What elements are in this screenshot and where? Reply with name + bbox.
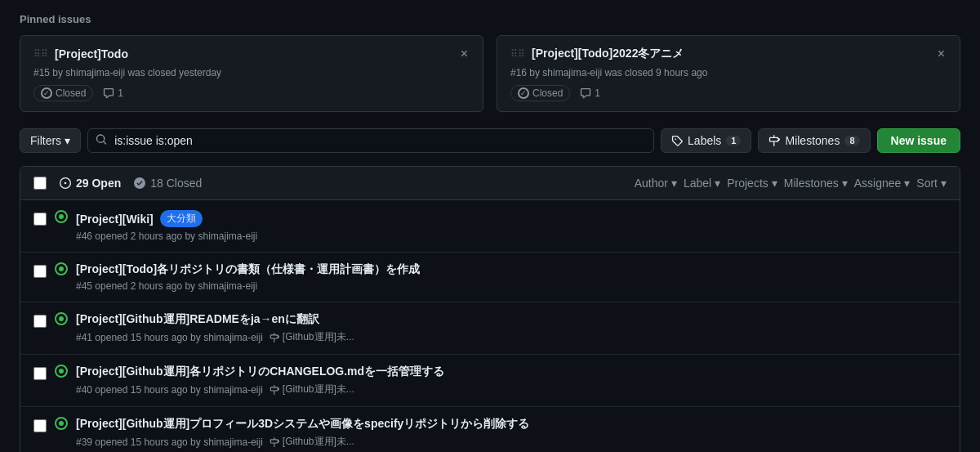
issue-title[interactable]: [Project][Todo]各リポジトリの書類（仕様書・運用計画書）を作成 (76, 262, 420, 277)
issue-content: [Project][Github運用]各リポジトリのCHANGELOG.mdを一… (76, 365, 947, 396)
issue-meta: #45 opened 2 hours ago by shimajima-eiji (76, 280, 947, 292)
new-issue-button[interactable]: New issue (877, 128, 960, 153)
open-issue-icon (55, 262, 68, 275)
projects-filter-button[interactable]: Projects ▾ (727, 177, 777, 190)
drag-icon-2: ⠿⠿ (510, 48, 525, 60)
labels-count-badge: 1 (726, 136, 741, 145)
issue-meta: #41 opened 15 hours ago by shimajima-eij… (76, 330, 947, 344)
toolbar: Filters ▾ Labels 1 Milestones 8 New issu… (20, 128, 960, 153)
milestone-small-icon (270, 385, 279, 395)
issue-meta: #40 opened 15 hours ago by shimajima-eij… (76, 383, 947, 396)
issue-content: [Project][Wiki] 大分類 #46 opened 2 hours a… (76, 210, 947, 242)
comment-icon (103, 87, 114, 99)
open-issues-tab[interactable]: 29 Open (60, 177, 121, 190)
issue-checkbox[interactable] (33, 213, 47, 226)
sort-label: Sort (916, 177, 938, 190)
issue-checkbox[interactable] (33, 367, 47, 380)
milestone-small-icon (270, 333, 279, 342)
open-count-label: 29 Open (76, 177, 121, 190)
issue-meta: #46 opened 2 hours ago by shimajima-eiji (76, 230, 947, 242)
issue-label: 大分類 (160, 210, 203, 227)
author-chevron-icon: ▾ (671, 177, 677, 190)
milestones-button[interactable]: Milestones 8 (758, 128, 870, 153)
pinned-card-2-status-label: Closed (532, 87, 563, 99)
table-row: [Project][Github運用]各リポジトリのCHANGELOG.mdを一… (20, 355, 960, 407)
milestones-label: Milestones (785, 134, 840, 147)
filters-chevron-icon: ▾ (65, 134, 70, 147)
issue-milestone: [Github運用]未... (270, 435, 354, 449)
pinned-card-1-comment-count: 1 (118, 87, 123, 99)
issue-title-row: [Project][Todo]各リポジトリの書類（仕様書・運用計画書）を作成 (76, 262, 947, 277)
issue-title[interactable]: [Project][Github運用]READMEをja→enに翻訳 (76, 312, 319, 327)
projects-label: Projects (727, 177, 768, 190)
issue-content: [Project][Github運用]READMEをja→enに翻訳 #41 o… (76, 312, 947, 344)
issue-checkbox[interactable] (33, 315, 47, 328)
labels-button[interactable]: Labels 1 (661, 128, 751, 153)
closed-issues-tab[interactable]: 18 Closed (134, 177, 202, 190)
check-circle-icon (134, 177, 145, 189)
label-filter-button[interactable]: Label ▾ (684, 177, 720, 190)
pinned-card-2-comments: 1 (580, 87, 600, 99)
author-filter-button[interactable]: Author ▾ (635, 177, 677, 190)
label-chevron-icon: ▾ (715, 177, 720, 190)
issue-checkbox[interactable] (33, 265, 47, 278)
issue-title[interactable]: [Project][Github運用]プロフィール3Dシステムや画像をspeci… (76, 417, 529, 432)
pinned-card-2-close-button[interactable]: × (936, 46, 947, 62)
milestones-count-badge: 8 (844, 136, 859, 145)
pinned-cards-container: ⠿⠿ [Project]Todo × #15 by shimajima-eiji… (20, 35, 960, 112)
issue-content: [Project][Todo]各リポジトリの書類（仕様書・運用計画書）を作成 #… (76, 262, 947, 292)
pinned-card-1-close-button[interactable]: × (459, 46, 470, 62)
issue-title-row: [Project][Github運用]プロフィール3Dシステムや画像をspeci… (76, 417, 947, 432)
assignee-filter-button[interactable]: Assignee ▾ (854, 177, 911, 190)
filters-label: Filters (30, 134, 61, 147)
open-circle-icon (60, 177, 71, 189)
table-row: [Project][Todo]各リポジトリの書類（仕様書・運用計画書）を作成 #… (20, 253, 960, 302)
issue-meta-text: #45 opened 2 hours ago by shimajima-eiji (76, 280, 257, 292)
pinned-issues-title: Pinned issues (20, 13, 960, 25)
pinned-card-2: ⠿⠿ [Project][Todo]2022冬アニメ × #16 by shim… (497, 35, 960, 112)
issue-meta-text: #46 opened 2 hours ago by shimajima-eiji (76, 230, 257, 242)
issue-title-row: [Project][Github運用]各リポジトリのCHANGELOG.mdを一… (76, 365, 947, 379)
sort-chevron-icon: ▾ (941, 177, 947, 190)
pinned-card-2-comment-count: 1 (595, 87, 600, 99)
issues-container: 29 Open 18 Closed Author ▾ Label ▾ Proje… (20, 166, 960, 452)
issue-meta: #39 opened 15 hours ago by shimajima-eij… (76, 435, 947, 449)
sort-button[interactable]: Sort ▾ (916, 177, 947, 190)
issue-checkbox[interactable] (33, 419, 47, 432)
issue-title[interactable]: [Project][Github運用]各リポジトリのCHANGELOG.mdを一… (76, 365, 444, 379)
issue-milestone: [Github運用]未... (270, 383, 354, 396)
search-icon (96, 134, 107, 148)
closed-dot-icon (41, 87, 52, 99)
open-issue-icon (55, 210, 68, 223)
pinned-card-1-meta: #15 by shimajima-eiji was closed yesterd… (33, 67, 470, 78)
pinned-card-1-comments: 1 (103, 87, 123, 99)
assignee-label: Assignee (854, 177, 902, 190)
filters-button[interactable]: Filters ▾ (20, 128, 81, 153)
milestones-filter-label: Milestones (784, 177, 839, 190)
label-filter-label: Label (684, 177, 711, 190)
milestones-filter-button[interactable]: Milestones ▾ (784, 177, 848, 190)
issues-list-header: 29 Open 18 Closed Author ▾ Label ▾ Proje… (20, 167, 960, 200)
issue-meta-text: #41 opened 15 hours ago by shimajima-eij… (76, 332, 263, 343)
pinned-card-1-status-label: Closed (56, 87, 86, 99)
comment-icon-2 (580, 87, 591, 99)
pinned-card-1: ⠿⠿ [Project]Todo × #15 by shimajima-eiji… (20, 35, 483, 112)
pinned-card-1-title: [Project]Todo (55, 47, 128, 60)
table-row: [Project][Github運用]プロフィール3Dシステムや画像をspeci… (20, 407, 960, 452)
issue-meta-text: #40 opened 15 hours ago by shimajima-eij… (76, 384, 263, 396)
open-issue-icon (55, 417, 68, 430)
issues-header-right: Author ▾ Label ▾ Projects ▾ Milestones ▾… (635, 177, 947, 190)
issues-list: [Project][Wiki] 大分類 #46 opened 2 hours a… (20, 200, 960, 452)
open-issue-icon (55, 365, 68, 378)
table-row: [Project][Github運用]READMEをja→enに翻訳 #41 o… (20, 302, 960, 355)
pinned-card-2-title: [Project][Todo]2022冬アニメ (532, 47, 684, 61)
open-issue-icon (55, 312, 68, 325)
issue-title-row: [Project][Github運用]READMEをja→enに翻訳 (76, 312, 947, 327)
search-input[interactable] (87, 128, 654, 153)
issues-header-left: 29 Open 18 Closed (33, 177, 202, 190)
issue-meta-text: #39 opened 15 hours ago by shimajima-eij… (76, 436, 263, 448)
milestones-filter-chevron-icon: ▾ (842, 177, 848, 190)
issue-title[interactable]: [Project][Wiki] (76, 213, 154, 226)
select-all-checkbox[interactable] (33, 177, 47, 190)
milestone-small-icon (270, 437, 279, 447)
